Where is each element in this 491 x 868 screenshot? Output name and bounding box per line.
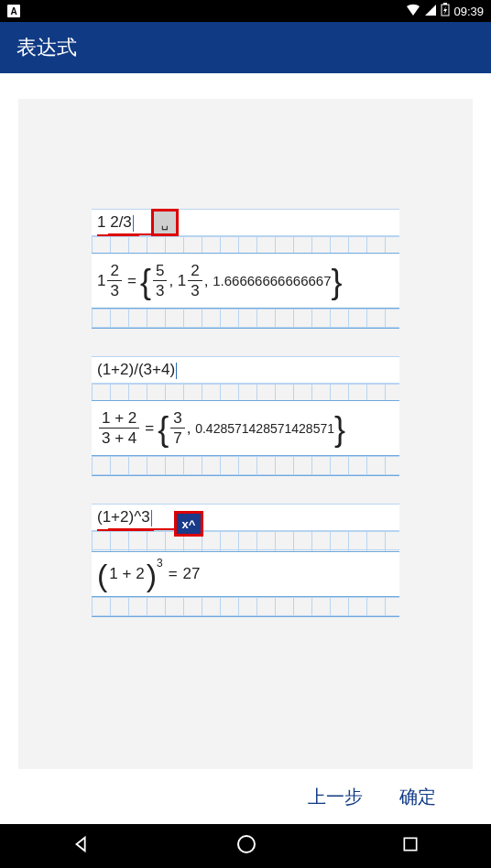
status-bar: A 09:39 <box>0 0 491 22</box>
recent-icon[interactable] <box>401 835 420 857</box>
footer: 上一步 确定 <box>18 769 473 824</box>
example-mixed-fraction: 1 2/3 ␣ 1 23 = 53 <box>92 209 399 329</box>
content-area: 1 2/3 ␣ 1 23 = 53 <box>0 73 491 824</box>
svg-point-2 <box>238 836 255 852</box>
battery-charging-icon <box>441 3 450 19</box>
example-exponent: (1+2)^3 x^ ( 1 + 2 ) 3 = 27 <box>92 504 399 617</box>
status-time: 09:39 <box>453 5 484 18</box>
keyboard-indicator-icon: A <box>7 5 20 17</box>
result-row: 1 23 = 53 , 1 23 , 1.66666666666667 <box>92 253 399 309</box>
space-key-icon: ␣ <box>151 209 179 236</box>
example-fraction-division: (1+2)/(3+4) 1 + 23 + 4 = 37 , 0.42857142… <box>92 356 399 476</box>
back-icon[interactable] <box>71 834 92 858</box>
home-icon[interactable] <box>235 833 257 859</box>
input-text: (1+2)^3 <box>97 508 150 526</box>
svg-rect-3 <box>404 838 416 850</box>
app-title: 表达式 <box>16 34 77 61</box>
input-row[interactable]: (1+2)/(3+4) <box>92 356 399 384</box>
navigation-bar <box>0 824 491 868</box>
signal-icon <box>424 4 437 19</box>
input-text: 1 2/3 <box>97 213 132 231</box>
ok-button[interactable]: 确定 <box>399 785 436 809</box>
prev-button[interactable]: 上一步 <box>308 785 363 809</box>
app-bar: 表达式 <box>0 22 491 73</box>
input-row[interactable]: 1 2/3 <box>92 209 399 236</box>
result-row: 1 + 23 + 4 = 37 , 0.428571428571428571 <box>92 400 399 456</box>
input-row[interactable]: (1+2)^3 <box>92 504 399 531</box>
exponent-key-icon: x^ <box>174 511 203 537</box>
svg-rect-1 <box>443 3 447 5</box>
wifi-icon <box>406 4 420 19</box>
input-text: (1+2)/(3+4) <box>97 361 175 378</box>
result-row: ( 1 + 2 ) 3 = 27 <box>92 551 399 597</box>
examples-panel: 1 2/3 ␣ 1 23 = 53 <box>18 99 473 769</box>
